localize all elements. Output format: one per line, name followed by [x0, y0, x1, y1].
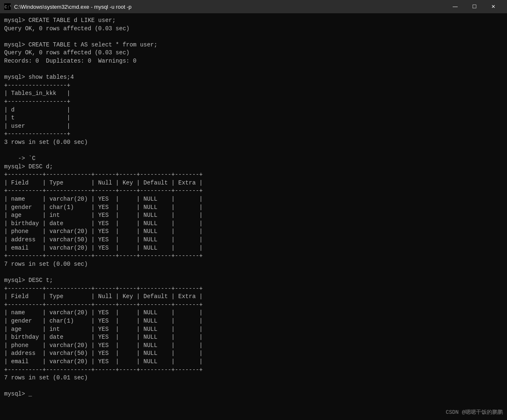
- titlebar: C:\ C:\Windows\system32\cmd.exe - mysql …: [0, 0, 507, 13]
- window-title: C:\Windows\system32\cmd.exe - mysql -u r…: [14, 4, 446, 10]
- svg-text:C:\: C:\: [5, 5, 11, 10]
- close-button[interactable]: ✕: [484, 0, 503, 13]
- terminal-window: C:\ C:\Windows\system32\cmd.exe - mysql …: [0, 0, 507, 420]
- maximize-button[interactable]: ☐: [465, 0, 484, 13]
- watermark-text: CSDN @嗯嗯干饭的鹏鹏: [446, 408, 503, 416]
- terminal-output: mysql> CREATE TABLE d LIKE user; Query O…: [4, 17, 503, 398]
- minimize-button[interactable]: —: [446, 0, 465, 13]
- terminal-content[interactable]: mysql> CREATE TABLE d LIKE user; Query O…: [0, 13, 507, 420]
- window-controls: — ☐ ✕: [446, 0, 503, 13]
- cmd-icon: C:\: [4, 3, 11, 10]
